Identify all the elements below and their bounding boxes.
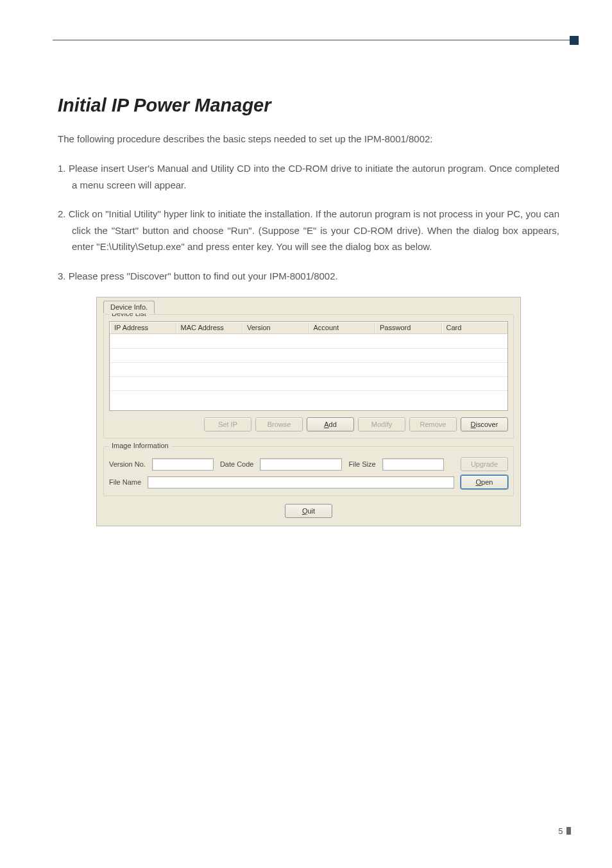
device-listview[interactable]: IP Address MAC Address Version Account P… <box>109 321 508 411</box>
group-device-list: Device List IP Address MAC Address Versi… <box>103 314 514 438</box>
page-footer: 5 <box>558 826 571 836</box>
discover-button[interactable]: Discover <box>461 417 508 431</box>
column-ip-address[interactable]: IP Address <box>110 322 176 333</box>
header-divider <box>53 40 572 40</box>
step-1: 1. Please insert User's Manual and Utili… <box>58 160 559 193</box>
group-image-information-title: Image Information <box>109 442 171 449</box>
listview-body <box>110 334 507 410</box>
date-code-label: Date Code <box>220 460 254 468</box>
page-number: 5 <box>558 826 563 836</box>
quit-button[interactable]: Quit <box>285 504 332 518</box>
upgrade-button: Upgrade <box>461 457 508 471</box>
date-code-field[interactable] <box>260 458 342 471</box>
column-password[interactable]: Password <box>375 322 442 333</box>
group-image-information: Image Information Version No. Date Code … <box>103 446 514 496</box>
file-size-field[interactable] <box>382 458 444 471</box>
column-account[interactable]: Account <box>309 322 376 333</box>
column-version[interactable]: Version <box>242 322 309 333</box>
column-card[interactable]: Card <box>442 322 508 333</box>
browse-button: Browse <box>255 417 303 431</box>
header-square-marker <box>570 36 579 45</box>
tab-device-info[interactable]: Device Info. <box>103 301 155 313</box>
footer-mark-icon <box>566 827 571 835</box>
setip-button: Set IP <box>204 417 251 431</box>
file-name-field[interactable] <box>148 476 454 488</box>
file-name-label: File Name <box>109 478 141 486</box>
remove-button: Remove <box>409 417 457 431</box>
listview-header: IP Address MAC Address Version Account P… <box>110 322 507 334</box>
open-button[interactable]: Open <box>461 475 508 489</box>
step-2: 2. Click on "Initial Utility" hyper link… <box>58 206 559 255</box>
add-button[interactable]: Add <box>307 417 354 431</box>
file-size-label: File Size <box>348 460 375 468</box>
column-mac-address[interactable]: MAC Address <box>176 322 243 333</box>
intro-paragraph: The following procedure describes the ba… <box>58 131 559 146</box>
version-no-field[interactable] <box>152 458 214 471</box>
modify-button: Modify <box>358 417 405 431</box>
step-3: 3. Please press "Discover" button to fin… <box>58 268 559 285</box>
dialog-screenshot: Device Info. Device List IP Address MAC … <box>96 297 521 526</box>
page-title: Initial IP Power Manager <box>58 95 559 116</box>
version-no-label: Version No. <box>109 460 146 468</box>
